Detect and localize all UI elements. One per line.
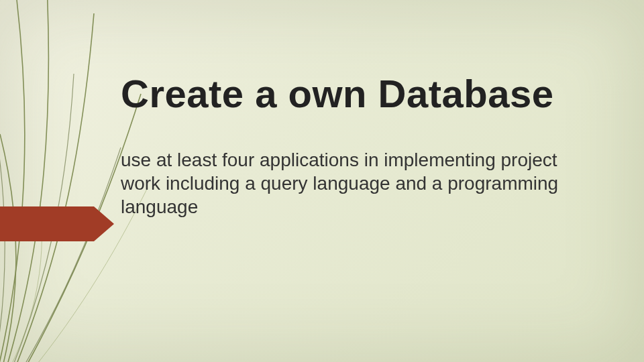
accent-arrow-icon (0, 206, 114, 241)
slide-title: Create a own Database (121, 74, 604, 115)
slide-body: use at least four applications in implem… (121, 148, 590, 219)
slide-canvas: Create a own Database use at least four … (0, 0, 644, 362)
content-block: Create a own Database use at least four … (121, 74, 604, 219)
